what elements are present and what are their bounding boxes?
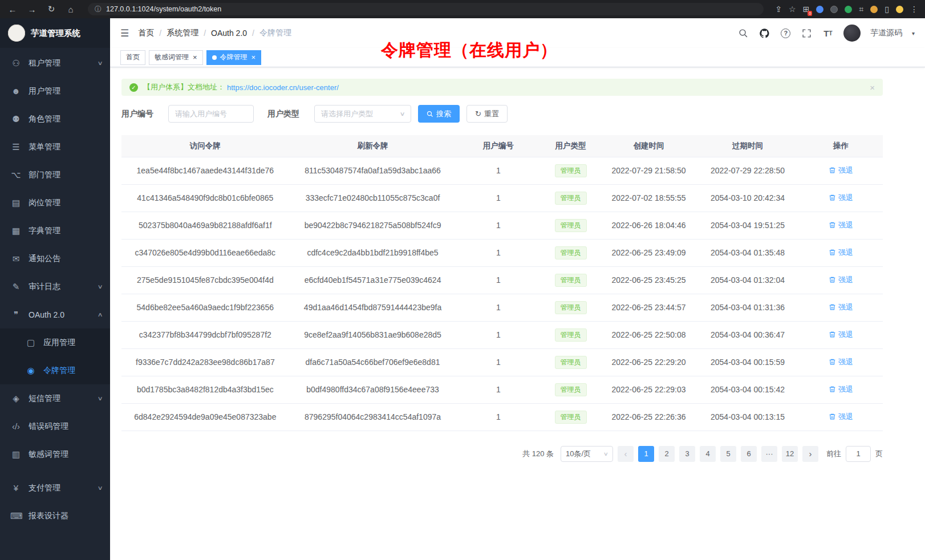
sidebar-toggle-icon[interactable]: ☰ [120, 27, 129, 39]
split-view-icon[interactable]: ▯ [885, 5, 889, 14]
menu-icon: ☰ [10, 142, 22, 152]
doc-link[interactable]: https://doc.iocoder.cn/user-center/ [227, 83, 339, 92]
reset-button[interactable]: ↻ 重置 [466, 105, 508, 123]
next-page-button[interactable]: › [802, 446, 818, 462]
breadcrumb-item[interactable]: 首页 / [138, 28, 167, 38]
paw-extension-icon[interactable] [870, 6, 878, 13]
font-size-icon[interactable]: TT [822, 27, 834, 39]
user-type-badge: 管理员 [555, 219, 587, 232]
sidebar-item[interactable]: ◈ 短信管理 ∨ [0, 384, 110, 412]
page-number-button[interactable]: 1 [638, 446, 654, 462]
access-token-cell: 275e5de9151045fe87cbdc395e004f4d [121, 266, 289, 294]
sidebar-item[interactable]: ⚉ 角色管理 [0, 105, 110, 133]
tab[interactable]: 敏感词管理 × [149, 50, 203, 65]
sidebar-item[interactable]: ▢ 应用管理 [0, 328, 110, 356]
page-number-button[interactable]: 2 [659, 446, 675, 462]
extension-blue-icon[interactable] [816, 6, 823, 13]
sidebar-item[interactable]: ☰ 菜单管理 [0, 133, 110, 161]
page-number-button[interactable]: 5 [720, 446, 736, 462]
force-logout-button[interactable]: 强退 [829, 193, 853, 203]
url-bar[interactable]: ⓘ 127.0.0.1:1024/system/oauth2/token [88, 3, 764, 15]
force-logout-button[interactable]: 强退 [829, 384, 853, 395]
forward-button[interactable]: → [26, 5, 38, 14]
user-avatar[interactable] [843, 25, 861, 42]
breadcrumb-item[interactable]: OAuth 2.0 / [211, 29, 259, 38]
page-number-button[interactable]: 6 [741, 446, 757, 462]
profile-avatar-icon[interactable] [896, 6, 903, 13]
force-logout-button[interactable]: 强退 [829, 302, 853, 313]
sidebar-item[interactable]: ✉ 通知公告 [0, 245, 110, 273]
tab[interactable]: 令牌管理 × [206, 50, 262, 65]
alert-close-icon[interactable]: × [870, 83, 875, 92]
puzzle-extension-icon[interactable]: ⌗ [859, 5, 863, 14]
role-icon: ⚉ [10, 114, 22, 124]
force-logout-button[interactable]: 强退 [829, 165, 853, 176]
breadcrumb-item[interactable]: 令牌管理 / [259, 28, 291, 38]
fullscreen-icon[interactable] [801, 27, 813, 39]
sidebar-item[interactable]: ❞ OAuth 2.0 ∧ [0, 301, 110, 328]
sidebar-item[interactable]: ¥ 支付管理 ∨ [0, 474, 110, 502]
github-icon[interactable] [759, 27, 770, 39]
site-info-icon[interactable]: ⓘ [95, 5, 102, 14]
refresh-token-cell: 333ecfc71e02480cb11055c875c3ca0f [289, 184, 457, 212]
errcode-icon: ‹/› [10, 421, 22, 431]
page-number-button[interactable]: ··· [761, 446, 777, 462]
refresh-token-cell: cdfc4ce9c2da4bb1bdf21b9918ff4be5 [289, 239, 457, 266]
back-button[interactable]: ← [7, 5, 18, 14]
breadcrumb-item[interactable]: 系统管理 / [167, 28, 211, 38]
sidebar-item[interactable]: ⌨ 报表设计器 [0, 502, 110, 530]
sidebar-item[interactable]: ▤ 岗位管理 [0, 189, 110, 217]
tab[interactable]: 首页 × [120, 50, 145, 65]
page-number-button[interactable]: 4 [700, 446, 716, 462]
extension-dark-icon[interactable] [830, 6, 838, 13]
more-menu-icon[interactable]: ⋮ [910, 5, 918, 14]
user-id-input[interactable] [168, 105, 254, 123]
page-number-button[interactable]: 3 [679, 446, 695, 462]
extension-green-icon[interactable] [845, 6, 852, 13]
page-size-select[interactable]: 10条/页 ∨ [561, 446, 613, 462]
bookmark-star-icon[interactable]: ☆ [789, 5, 796, 14]
search-button[interactable]: 搜索 [418, 105, 460, 123]
home-button[interactable]: ⌂ [65, 5, 76, 14]
page-number-button[interactable]: 12 [782, 446, 798, 462]
success-check-icon: ✓ [129, 83, 138, 92]
action-cell: 强退 [799, 294, 883, 321]
sidebar-item[interactable]: ‹/› 错误码管理 [0, 412, 110, 440]
access-token-cell: 1ea5e44f8bc1467aaede43144f31de76 [121, 157, 289, 184]
force-logout-button[interactable]: 强退 [829, 357, 853, 367]
force-logout-button[interactable]: 强退 [829, 412, 853, 422]
force-logout-button[interactable]: 强退 [829, 330, 853, 340]
sidebar-item[interactable]: ☻ 用户管理 [0, 77, 110, 105]
goto-page-input[interactable] [846, 446, 871, 462]
user-name[interactable]: 芋道源码 [870, 28, 902, 38]
force-logout-button[interactable]: 强退 [829, 220, 853, 230]
page-content: ✓ 【用户体系】文档地址： https://doc.iocoder.cn/use… [110, 67, 925, 560]
force-logout-button[interactable]: 强退 [829, 247, 853, 258]
expire-time-cell: 2054-03-04 00:13:15 [696, 403, 799, 431]
chevron-icon: ∨ [97, 485, 103, 491]
create-time-cell: 2022-06-25 22:26:36 [601, 403, 696, 431]
search-icon[interactable] [738, 27, 749, 39]
prev-page-button[interactable]: ‹ [618, 446, 634, 462]
expire-time-cell: 2054-03-04 01:35:48 [696, 239, 799, 266]
user-menu-caret-icon[interactable]: ▾ [912, 30, 915, 36]
create-time-cell: 2022-06-25 23:44:57 [601, 294, 696, 321]
tab-close-icon[interactable]: × [251, 54, 256, 61]
sidebar: 芋道管理系统 ⚇ 租户管理 ∨ ☻ 用户管理 ⚉ 角色管理 ☰ 菜单管理 [0, 18, 110, 560]
sidebar-item[interactable]: ⚇ 租户管理 ∨ [0, 49, 110, 77]
sidebar-item[interactable]: ⌥ 部门管理 [0, 161, 110, 189]
reload-button[interactable]: ↻ [46, 4, 57, 14]
sidebar-item[interactable]: ▥ 敏感词管理 [0, 440, 110, 468]
tab-close-icon[interactable]: × [193, 54, 197, 61]
column-header: 用户编号 [456, 135, 540, 157]
force-logout-button[interactable]: 强退 [829, 275, 853, 285]
sidebar-item[interactable]: ✎ 审计日志 ∨ [0, 273, 110, 301]
help-icon[interactable]: ? [780, 27, 792, 39]
share-icon[interactable]: ⇪ [775, 5, 782, 14]
sidebar-item[interactable]: ◉ 令牌管理 [0, 356, 110, 384]
user-type-cell: 管理员 [540, 157, 601, 184]
extensions-grid-icon[interactable]: ⊞0 [803, 5, 810, 14]
user-type-select[interactable]: 请选择用户类型 ∨ [314, 105, 411, 123]
create-time-cell: 2022-06-25 23:45:25 [601, 266, 696, 294]
sidebar-item[interactable]: ▦ 字典管理 [0, 217, 110, 245]
